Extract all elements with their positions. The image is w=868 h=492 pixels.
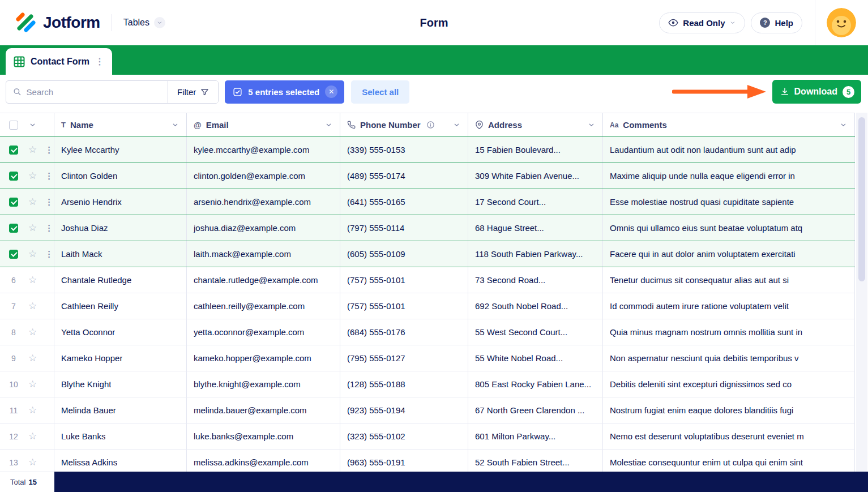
column-header-phone-number[interactable]: Phone Number	[340, 113, 468, 136]
cell-comments[interactable]: Non aspernatur nesciunt quia debitis tem…	[603, 345, 855, 371]
row-menu-icon[interactable]: ⋮	[45, 198, 53, 206]
scrollbar-thumb[interactable]	[858, 117, 865, 281]
cell-phone[interactable]: (489) 555-0174	[340, 163, 468, 189]
cell-name[interactable]: Blythe Knight	[54, 371, 187, 397]
row-checkbox[interactable]	[9, 172, 18, 181]
entries-selected-pill[interactable]: 5 entries selected ✕	[225, 80, 344, 104]
star-icon[interactable]: ☆	[28, 431, 37, 441]
cell-email[interactable]: arsenio.hendrix@example.com	[187, 189, 340, 215]
cell-comments[interactable]: Laudantium aut odit non laudantium sunt …	[603, 137, 855, 162]
cell-name[interactable]: Yetta Oconnor	[54, 319, 187, 345]
cell-email[interactable]: joshua.diaz@example.com	[187, 215, 340, 241]
cell-name[interactable]: Kylee Mccarthy	[54, 137, 187, 162]
download-button[interactable]: Download 5	[772, 80, 861, 104]
header-checkbox[interactable]	[9, 121, 18, 130]
star-icon[interactable]: ☆	[28, 353, 37, 363]
cell-address[interactable]: 55 West Second Court...	[468, 319, 603, 345]
column-header-name[interactable]: TName	[54, 113, 187, 136]
cell-email[interactable]: luke.banks@example.com	[187, 423, 340, 449]
cell-comments[interactable]: Nemo est deserunt voluptatibus deserunt …	[603, 423, 855, 449]
cell-comments[interactable]: Id commodi autem irure ratione voluptate…	[603, 293, 855, 319]
cell-comments[interactable]: Facere qui in aut dolor anim voluptatem …	[603, 241, 855, 267]
cell-address[interactable]: 692 South Nobel Road...	[468, 293, 603, 319]
star-icon[interactable]: ☆	[28, 171, 37, 181]
cell-phone[interactable]: (605) 555-0109	[340, 241, 468, 267]
cell-phone[interactable]: (757) 555-0101	[340, 293, 468, 319]
clear-selection-icon[interactable]: ✕	[325, 85, 337, 98]
cell-email[interactable]: melissa.adkins@example.com	[187, 450, 340, 472]
filter-button[interactable]: Filter	[168, 81, 218, 103]
cell-comments[interactable]: Omnis qui ullamco eius sunt beatae volup…	[603, 215, 855, 241]
star-icon[interactable]: ☆	[28, 327, 37, 337]
cell-email[interactable]: clinton.golden@example.com	[187, 163, 340, 189]
star-icon[interactable]: ☆	[28, 457, 37, 467]
help-button[interactable]: ? Help	[751, 12, 802, 33]
column-header-address[interactable]: Address	[468, 113, 603, 136]
vertical-scrollbar[interactable]	[856, 113, 867, 472]
cell-name[interactable]: Clinton Golden	[54, 163, 187, 189]
cell-address[interactable]: 17 Second Court...	[468, 189, 603, 215]
star-icon[interactable]: ☆	[28, 405, 37, 415]
cell-address[interactable]: 15 Fabien Boulevard...	[468, 137, 603, 162]
cell-name[interactable]: Luke Banks	[54, 423, 187, 449]
cell-address[interactable]: 73 Second Road...	[468, 267, 603, 293]
cell-name[interactable]: Arsenio Hendrix	[54, 189, 187, 215]
star-icon[interactable]: ☆	[28, 145, 37, 155]
row-checkbox[interactable]	[9, 250, 18, 259]
cell-address[interactable]: 118 South Fabien Parkway...	[468, 241, 603, 267]
cell-address[interactable]: 805 East Rocky Fabien Lane...	[468, 371, 603, 397]
cell-email[interactable]: laith.mack@example.com	[187, 241, 340, 267]
cell-name[interactable]: Laith Mack	[54, 241, 187, 267]
cell-phone[interactable]: (923) 555-0194	[340, 397, 468, 423]
tables-dropdown[interactable]: Tables	[123, 17, 165, 28]
tab-menu-icon[interactable]: ⋮	[95, 57, 104, 66]
star-icon[interactable]: ☆	[28, 379, 37, 389]
cell-comments[interactable]: Nostrum fugiat enim eaque dolores blandi…	[603, 397, 855, 423]
row-checkbox[interactable]	[9, 198, 18, 207]
column-header-comments[interactable]: AaComments	[603, 113, 855, 136]
cell-phone[interactable]: (797) 555-0114	[340, 215, 468, 241]
cell-phone[interactable]: (795) 555-0127	[340, 345, 468, 371]
star-icon[interactable]: ☆	[28, 223, 37, 233]
cell-comments[interactable]: Esse molestiae nostrud quasi cupiditate …	[603, 189, 855, 215]
read-only-button[interactable]: Read Only	[659, 12, 745, 33]
star-icon[interactable]: ☆	[28, 301, 37, 311]
cell-phone[interactable]: (684) 555-0176	[340, 319, 468, 345]
cell-email[interactable]: blythe.knight@example.com	[187, 371, 340, 397]
row-menu-icon[interactable]: ⋮	[45, 146, 53, 154]
cell-email[interactable]: melinda.bauer@example.com	[187, 397, 340, 423]
row-checkbox[interactable]	[9, 146, 18, 155]
cell-address[interactable]: 55 White Nobel Road...	[468, 345, 603, 371]
cell-email[interactable]: cathleen.reilly@example.com	[187, 293, 340, 319]
cell-phone[interactable]: (339) 555-0153	[340, 137, 468, 162]
cell-address[interactable]: 601 Milton Parkway...	[468, 423, 603, 449]
info-icon[interactable]	[426, 121, 435, 129]
search-input[interactable]	[27, 87, 161, 97]
chevron-down-icon[interactable]	[839, 121, 848, 129]
select-all-header-cell[interactable]	[0, 113, 54, 136]
cell-comments[interactable]: Quia minus magnam nostrum omnis mollitia…	[603, 319, 855, 345]
star-icon[interactable]: ☆	[28, 249, 37, 259]
cell-email[interactable]: yetta.oconnor@example.com	[187, 319, 340, 345]
avatar[interactable]	[827, 8, 856, 37]
row-checkbox[interactable]	[9, 224, 18, 233]
cell-comments[interactable]: Maxime aliquip unde nulla eaque eligendi…	[603, 163, 855, 189]
cell-comments[interactable]: Molestiae consequuntur enim ut culpa qui…	[603, 450, 855, 472]
cell-name[interactable]: Melinda Bauer	[54, 397, 187, 423]
select-all-button[interactable]: Select all	[351, 80, 409, 104]
tab-contact-form[interactable]: Contact Form ⋮	[6, 48, 112, 75]
chevron-down-icon[interactable]	[171, 121, 179, 129]
cell-name[interactable]: Melissa Adkins	[54, 450, 187, 472]
star-icon[interactable]: ☆	[28, 275, 37, 285]
cell-email[interactable]: chantale.rutledge@example.com	[187, 267, 340, 293]
cell-name[interactable]: Chantale Rutledge	[54, 267, 187, 293]
chevron-down-icon[interactable]	[324, 121, 333, 129]
cell-name[interactable]: Kameko Hopper	[54, 345, 187, 371]
cell-phone[interactable]: (323) 555-0102	[340, 423, 468, 449]
cell-address[interactable]: 67 North Green Clarendon ...	[468, 397, 603, 423]
cell-comments[interactable]: Debitis deleniti sint excepturi dignissi…	[603, 371, 855, 397]
chevron-down-icon[interactable]	[587, 121, 596, 129]
cell-phone[interactable]: (757) 555-0101	[340, 267, 468, 293]
cell-phone[interactable]: (128) 555-0188	[340, 371, 468, 397]
chevron-down-icon[interactable]	[28, 121, 37, 129]
